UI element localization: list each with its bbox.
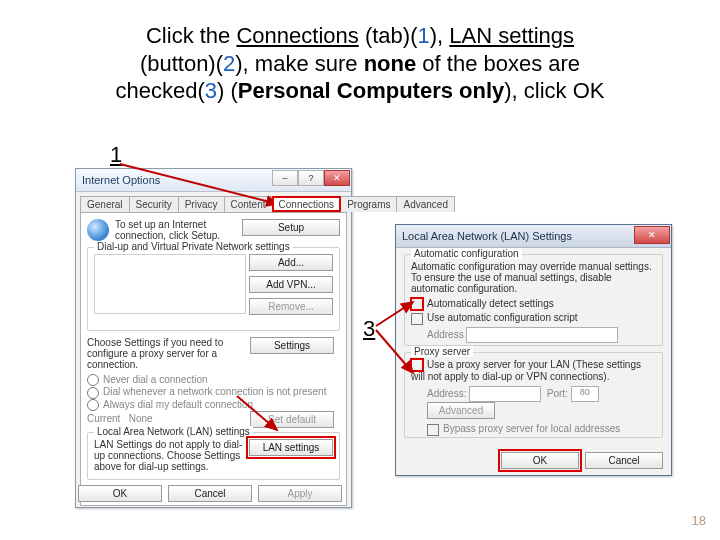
apply-button[interactable]: Apply	[258, 485, 342, 502]
radio-always-dial[interactable]	[87, 399, 99, 411]
proxy-legend: Proxy server	[411, 346, 473, 357]
tab-privacy[interactable]: Privacy	[178, 196, 225, 212]
connections-list[interactable]	[94, 254, 246, 314]
tab-content[interactable]: Content	[224, 196, 273, 212]
lan-text: LAN Settings do not apply to dial-up con…	[94, 439, 249, 472]
remove-button[interactable]: Remove...	[249, 298, 333, 315]
set-default-button[interactable]: Set default	[250, 411, 334, 428]
setup-button[interactable]: Setup	[242, 219, 340, 236]
auto-script-checkbox[interactable]	[411, 313, 423, 325]
page-number: 18	[692, 513, 706, 528]
script-address-input[interactable]	[466, 327, 618, 343]
radio-dial-when[interactable]	[87, 387, 99, 399]
auto-config-text: Automatic configuration may override man…	[411, 261, 656, 294]
auto-config-legend: Automatic configuration	[411, 248, 522, 259]
setup-text: To set up an Internet connection, click …	[115, 219, 236, 241]
dialup-legend: Dial-up and Virtual Private Network sett…	[94, 241, 293, 252]
lan-legend: Local Area Network (LAN) settings	[94, 426, 253, 437]
tab-advanced[interactable]: Advanced	[396, 196, 454, 212]
globe-icon	[87, 219, 109, 241]
lan-dialog-title: Local Area Network (LAN) Settings	[396, 225, 671, 248]
proxy-address-input[interactable]	[469, 386, 541, 402]
close-button[interactable]: ✕	[324, 170, 350, 186]
callout-3: 3	[363, 316, 375, 342]
instruction-text: Click the Connections (tab)(1), LAN sett…	[60, 22, 660, 105]
dialog-body: To set up an Internet connection, click …	[80, 212, 347, 506]
lan-settings-dialog: Local Area Network (LAN) Settings ✕ Auto…	[395, 224, 672, 476]
proxy-port-input[interactable]: 80	[571, 386, 599, 402]
cancel-button[interactable]: Cancel	[168, 485, 252, 502]
lan-ok-button[interactable]: OK	[501, 452, 579, 469]
ok-button[interactable]: OK	[78, 485, 162, 502]
bypass-checkbox[interactable]	[427, 424, 439, 436]
add-button[interactable]: Add...	[249, 254, 333, 271]
choose-settings-text: Choose Settings if you need to configure…	[87, 337, 242, 370]
tab-programs[interactable]: Programs	[340, 196, 397, 212]
tab-strip: General Security Privacy Content Connect…	[76, 192, 351, 212]
tab-security[interactable]: Security	[129, 196, 179, 212]
settings-button[interactable]: Settings	[250, 337, 334, 354]
lan-cancel-button[interactable]: Cancel	[585, 452, 663, 469]
tab-connections[interactable]: Connections	[272, 196, 342, 212]
lan-window-controls: ✕	[634, 226, 670, 244]
lan-settings-button[interactable]: LAN settings	[249, 439, 333, 456]
advanced-button[interactable]: Advanced	[427, 402, 495, 419]
window-controls: – ? ✕	[272, 170, 350, 186]
auto-detect-checkbox[interactable]	[411, 298, 423, 310]
tab-general[interactable]: General	[80, 196, 130, 212]
internet-options-dialog: Internet Options – ? ✕ General Security …	[75, 168, 352, 508]
callout-1: 1	[110, 142, 122, 168]
radio-never-dial[interactable]	[87, 374, 99, 386]
lan-close-button[interactable]: ✕	[634, 226, 670, 244]
help-button[interactable]: ?	[298, 170, 324, 186]
minimize-button[interactable]: –	[272, 170, 298, 186]
proxy-checkbox[interactable]	[411, 359, 423, 371]
add-vpn-button[interactable]: Add VPN...	[249, 276, 333, 293]
